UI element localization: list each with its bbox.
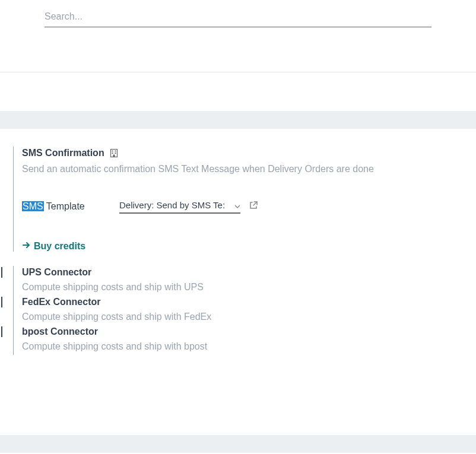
active-indicator-ups: [1, 267, 2, 278]
setting-title-bpost: bpost Connector: [22, 326, 98, 336]
external-link-icon[interactable]: [249, 201, 258, 212]
sms-template-select[interactable]: Delivery: Send by SMS Te:: [119, 199, 240, 214]
section-band: [0, 111, 476, 129]
footer-band: [0, 435, 476, 453]
setting-desc-sms: Send an automatic confirmation SMS Text …: [22, 162, 464, 176]
svg-rect-3: [112, 153, 113, 154]
setting-ups-connector: UPS Connector Compute shipping costs and…: [13, 266, 464, 296]
search-input[interactable]: [45, 9, 431, 27]
sms-template-label-text: Template: [44, 201, 85, 211]
sms-highlight: SMS: [22, 201, 44, 211]
svg-rect-2: [115, 151, 116, 152]
setting-title-sms: SMS Confirmation: [22, 148, 104, 158]
setting-desc-bpost: Compute shipping costs and ship with bpo…: [22, 339, 464, 354]
buy-credits-link[interactable]: Buy credits: [22, 241, 85, 252]
svg-rect-5: [113, 155, 115, 157]
setting-bpost-connector: bpost Connector Compute shipping costs a…: [13, 325, 464, 355]
arrow-right-icon: [22, 241, 30, 252]
svg-rect-1: [112, 151, 113, 152]
search-area: [0, 0, 476, 27]
caret-down-icon: [234, 200, 240, 210]
sms-template-value: Delivery: Send by SMS Te:: [119, 200, 231, 210]
sms-template-row: SMS Template Delivery: Send by SMS Te:: [22, 199, 464, 214]
setting-sms-confirmation: SMS Confirmation Send an automatic confi…: [13, 147, 464, 252]
active-indicator-fedex: [1, 297, 2, 307]
setting-desc-fedex: Compute shipping costs and ship with Fed…: [22, 310, 464, 324]
svg-rect-4: [115, 153, 116, 154]
sms-template-label: SMS Template: [22, 201, 119, 212]
buy-credits-label: Buy credits: [34, 241, 85, 252]
setting-desc-ups: Compute shipping costs and ship with UPS: [22, 280, 464, 294]
building-icon: [109, 148, 119, 160]
settings-block: SMS Confirmation Send an automatic confi…: [0, 129, 476, 370]
setting-fedex-connector: FedEx Connector Compute shipping costs a…: [13, 296, 464, 325]
setting-title-ups: UPS Connector: [22, 267, 91, 277]
active-indicator-bpost: [1, 326, 2, 337]
separator: [0, 72, 476, 72]
setting-title-fedex: FedEx Connector: [22, 297, 100, 307]
